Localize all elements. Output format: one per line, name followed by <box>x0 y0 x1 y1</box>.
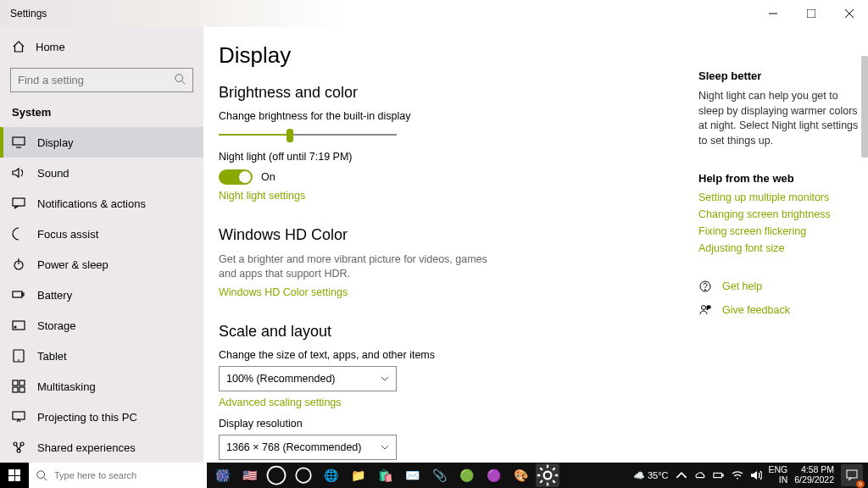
hd-settings-link[interactable]: Windows HD Color settings <box>219 286 348 298</box>
feedback-icon <box>698 303 712 317</box>
sidebar-item-sound[interactable]: Sound <box>0 158 203 188</box>
section-hd: Windows HD Color <box>219 226 675 244</box>
taskbar-search-placeholder: Type here to search <box>54 470 136 480</box>
start-button[interactable] <box>0 463 29 488</box>
taskbar-app[interactable]: 🇺🇸 <box>237 463 261 487</box>
sidebar-item-label: Storage <box>37 319 76 332</box>
search-input[interactable] <box>18 74 174 86</box>
svg-rect-17 <box>13 380 18 385</box>
svg-rect-11 <box>13 291 22 297</box>
brightness-slider[interactable] <box>219 127 397 142</box>
night-light-toggle[interactable] <box>219 169 253 185</box>
weather[interactable]: ☁️ 35°C <box>633 470 669 481</box>
display-icon <box>12 136 25 149</box>
svg-rect-8 <box>13 198 25 206</box>
taskbar-app[interactable]: 🎆 <box>210 463 234 487</box>
chevron-up-icon[interactable] <box>676 469 687 481</box>
sleep-better-title: Sleep better <box>698 69 860 82</box>
help-link[interactable]: Fixing screen flickering <box>698 225 860 237</box>
sidebar-item-multitasking[interactable]: Multitasking <box>0 371 203 402</box>
sidebar-item-notifications[interactable]: Notifications & actions <box>0 188 203 219</box>
help-link[interactable]: Adjusting font size <box>698 242 860 254</box>
help-link[interactable]: Changing screen brightness <box>698 208 860 220</box>
titlebar: Settings <box>0 0 868 27</box>
feedback-link[interactable]: Give feedback <box>722 304 790 316</box>
sidebar-item-power[interactable]: Power & sleep <box>0 249 203 280</box>
cortana[interactable] <box>292 463 315 487</box>
sidebar-item-display[interactable]: Display <box>0 127 203 158</box>
resolution-dropdown[interactable]: 1366 × 768 (Recommended) <box>219 435 397 460</box>
taskbar-office[interactable]: 📎 <box>427 463 451 487</box>
taskbar-search[interactable]: Type here to search <box>29 463 207 488</box>
action-center[interactable]: 9 <box>841 464 863 486</box>
svg-rect-35 <box>847 470 857 478</box>
taskbar-settings[interactable] <box>536 463 559 487</box>
battery-icon[interactable] <box>713 469 725 481</box>
help-link[interactable]: Setting up multiple monitors <box>698 191 860 203</box>
svg-rect-34 <box>721 474 723 476</box>
section-brightness: Brightness and color <box>219 84 675 102</box>
clock[interactable]: 4:58 PM6/29/2022 <box>794 465 834 485</box>
taskbar-app[interactable]: 🎨 <box>509 463 532 487</box>
svg-point-27 <box>702 306 706 310</box>
sidebar-item-storage[interactable]: Storage <box>0 310 203 341</box>
battery-icon <box>12 288 25 302</box>
svg-rect-33 <box>713 473 721 477</box>
sidebar-item-tablet[interactable]: Tablet <box>0 341 203 371</box>
slider-thumb[interactable] <box>287 129 293 142</box>
night-light-settings-link[interactable]: Night light settings <box>219 190 305 202</box>
notif-badge: 9 <box>856 480 865 488</box>
maximize-button[interactable] <box>792 0 830 27</box>
minimize-button[interactable] <box>754 0 792 27</box>
taskbar-explorer[interactable]: 📁 <box>346 463 370 487</box>
sidebar-item-label: Sound <box>37 167 70 180</box>
shared-icon <box>12 441 25 454</box>
network-icon[interactable] <box>732 469 743 481</box>
notifications-icon <box>12 197 25 210</box>
taskbar-mail[interactable]: ✉️ <box>400 463 424 487</box>
sidebar-item-label: Notifications & actions <box>37 197 146 210</box>
advanced-scaling-link[interactable]: Advanced scaling settings <box>219 396 342 408</box>
focus-icon <box>12 227 25 241</box>
volume-icon[interactable] <box>750 469 762 481</box>
resolution-label: Display resolution <box>219 418 675 430</box>
svg-point-31 <box>296 468 311 483</box>
sidebar-item-shared[interactable]: Shared experiences <box>0 432 203 463</box>
get-help-link[interactable]: Get help <box>722 280 762 292</box>
task-view[interactable] <box>264 463 288 487</box>
home-button[interactable]: Home <box>0 32 203 61</box>
sidebar-item-label: Shared experiences <box>37 441 136 454</box>
sidebar-item-battery[interactable]: Battery <box>0 280 203 310</box>
close-button[interactable] <box>830 0 868 27</box>
toggle-state: On <box>261 171 275 183</box>
sidebar-item-label: Tablet <box>37 350 67 363</box>
sidebar-item-projecting[interactable]: Projecting to this PC <box>0 402 203 432</box>
onedrive-icon[interactable] <box>694 469 706 481</box>
sidebar-item-label: Focus assist <box>37 228 98 241</box>
taskbar-chrome[interactable]: 🟢 <box>454 463 478 487</box>
taskbar-edge[interactable]: 🌐 <box>319 463 342 487</box>
help-web-title: Help from the web <box>698 172 860 185</box>
chevron-down-icon <box>381 443 389 452</box>
sidebar-item-label: Projecting to this PC <box>37 411 137 424</box>
power-icon <box>12 258 25 271</box>
svg-point-28 <box>37 471 45 479</box>
scale-size-dropdown[interactable]: 100% (Recommended) <box>219 366 397 391</box>
taskbar-store[interactable]: 🛍️ <box>373 463 397 487</box>
category-label: System <box>0 101 203 127</box>
hd-desc: Get a brighter and more vibrant picture … <box>219 252 507 281</box>
svg-rect-20 <box>19 387 25 392</box>
windows-icon <box>8 469 20 481</box>
svg-rect-1 <box>807 9 815 18</box>
taskbar-app[interactable]: 🟣 <box>481 463 505 487</box>
language[interactable]: ENGIN <box>769 465 788 485</box>
svg-rect-13 <box>13 321 25 330</box>
svg-line-5 <box>182 81 186 85</box>
sidebar-item-focus[interactable]: Focus assist <box>0 219 203 249</box>
sidebar-search[interactable] <box>10 68 193 92</box>
scrollbar[interactable] <box>861 56 868 158</box>
get-help-icon <box>698 280 712 293</box>
sleep-better-text: Night light can help you get to sleep by… <box>698 89 860 148</box>
svg-point-14 <box>14 326 16 328</box>
sidebar-item-label: Display <box>37 136 74 149</box>
